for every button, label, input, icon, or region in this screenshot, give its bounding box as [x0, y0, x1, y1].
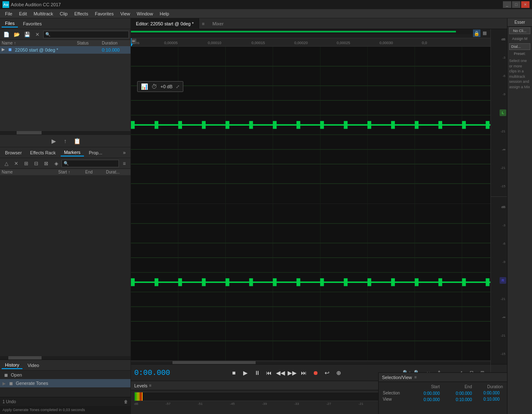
db-minus21-right: -21 [493, 297, 505, 301]
files-search-input[interactable] [43, 31, 129, 38]
maximize-button[interactable]: □ [512, 1, 520, 8]
marker-option1[interactable]: ⊠ [42, 159, 51, 168]
tab-properties[interactable]: Prop... [86, 149, 106, 156]
play-button[interactable]: ▶ [49, 137, 58, 145]
pause-button[interactable]: ⏸ [252, 368, 262, 378]
menu-multitrack[interactable]: Multitrack [30, 10, 57, 17]
esser-info-text: Select one or more clips in a multitrack… [507, 57, 532, 92]
menu-favorites[interactable]: Favorites [91, 10, 117, 17]
properties-button[interactable]: 📋 [72, 137, 81, 145]
menu-help[interactable]: Help [156, 10, 172, 17]
markers-scrollbar-thumb[interactable] [8, 356, 42, 359]
clock-icon[interactable]: ⏱ [151, 83, 157, 90]
files-scrollbar-thumb[interactable] [17, 131, 42, 134]
markers-menu-button[interactable]: ≡ [120, 159, 129, 168]
volume-bars-icon[interactable]: 📊 [141, 83, 148, 90]
tab-browser[interactable]: Browser [2, 149, 25, 156]
follow-playhead-button[interactable]: 🔒 [473, 30, 480, 37]
sel-view-title: Selection/View [382, 375, 412, 380]
save-file-button[interactable]: 💾 [22, 30, 32, 39]
menu-effects[interactable]: Effects [71, 10, 91, 17]
no-clip-button[interactable]: No Cli... [509, 27, 530, 34]
history-tones-icon: ◼ [7, 380, 14, 387]
tab-markers[interactable]: Markers [61, 149, 84, 156]
svg-rect-63 [438, 278, 442, 286]
close-button[interactable]: ✕ [521, 1, 530, 8]
svg-rect-24 [296, 121, 300, 129]
editor-tabs: Editor: 22050 start @ 0deg * ≡ Mixer [131, 18, 507, 29]
waveform-right-svg [131, 204, 490, 361]
mixer-tab[interactable]: Mixer [207, 18, 229, 29]
history-tones-label: Generate Tones [16, 381, 48, 386]
sel-view-menu-button[interactable]: ≡ [414, 375, 417, 379]
sv-label-selection: Selection [383, 391, 411, 396]
marker-col-name: Name [2, 170, 58, 174]
file-item[interactable]: ▶ ◼ 22050 start @ 0deg * 0:10.000 [0, 46, 131, 54]
menu-window[interactable]: Window [133, 10, 156, 17]
db-minus15b-left: -15 [493, 184, 505, 188]
play-button[interactable]: ▶ [241, 368, 251, 378]
left-channel-label[interactable]: L [500, 109, 506, 116]
sv-row-selection: Selection 0:00.000 0:00.000 0:00.000 [383, 391, 503, 396]
clear-history-button[interactable]: 🗑 [124, 399, 128, 404]
tab-history[interactable]: History [2, 362, 22, 369]
close-file-button[interactable]: ✕ [33, 30, 42, 39]
record-button[interactable]: ⏺ [310, 368, 320, 378]
history-open-label: Open [11, 372, 22, 377]
sv-view-end: 0:10.000 [444, 397, 475, 402]
open-file-button[interactable]: 📂 [12, 30, 21, 39]
svg-rect-21 [226, 121, 229, 129]
expand-icon[interactable]: ⤢ [176, 84, 180, 89]
svg-rect-65 [486, 278, 490, 286]
loop-button[interactable]: ↩ [322, 368, 332, 378]
new-file-button[interactable]: 📄 [2, 30, 11, 39]
marker-option2[interactable]: ◈ [52, 159, 61, 168]
sv-sel-start: 0:00.000 [412, 391, 443, 396]
menu-file[interactable]: File [2, 10, 16, 17]
view-options-button[interactable]: ▦ [480, 30, 489, 36]
db-ruler-right: dB -3 -6 -9 -15 -21 -∞ -21 -15 R [491, 197, 507, 364]
tab-files[interactable]: Files [2, 20, 18, 27]
minimize-button[interactable]: _ [503, 1, 511, 8]
import-button[interactable]: ↑ [61, 137, 70, 145]
menu-clip[interactable]: Clip [57, 10, 71, 17]
markers-toolbar: △ ✕ ⊞ ⊟ ⊠ ◈ ≡ [0, 158, 131, 169]
db-minus21b-left: -21 [493, 166, 505, 170]
add-marker-button[interactable]: △ [2, 159, 11, 168]
db-label-45: -45 [230, 402, 235, 406]
dial-button[interactable]: Dial... [509, 43, 530, 50]
step-back-button[interactable]: ◀◀ [276, 368, 286, 378]
files-tabs: Files Favorites [0, 18, 131, 29]
skip-to-end-button[interactable]: ⏭ [299, 368, 309, 378]
menu-edit[interactable]: Edit [16, 10, 30, 17]
punch-button[interactable]: ⊕ [334, 368, 344, 378]
waveform-container: 🔒 ▦ sms 0,00005 0,00010 0,00015 0,00020 … [131, 29, 490, 414]
markers-scrollbar-area [0, 356, 131, 359]
history-section: History Video ◼ Open ▶ ◼ Generate Tones … [0, 360, 131, 414]
db-minus6-right: -6 [493, 242, 505, 245]
step-forward-button[interactable]: ▶▶ [287, 368, 297, 378]
db-label-51: -51 [198, 402, 203, 406]
svg-rect-58 [320, 278, 324, 286]
tab-favorites[interactable]: Favorites [20, 20, 45, 27]
assign-m-label: Assign M [507, 35, 532, 42]
tab-video[interactable]: Video [24, 362, 42, 369]
delete-marker-button[interactable]: ✕ [12, 159, 21, 168]
files-scrollbar-area [0, 131, 131, 134]
menu-view[interactable]: View [117, 10, 133, 17]
editor-tab-menu-icon[interactable]: ≡ [199, 18, 207, 29]
history-item-open[interactable]: ◼ Open [0, 371, 131, 379]
editor-tab-main[interactable]: Editor: 22050 start @ 0deg * [131, 18, 199, 29]
history-item-generate-tones[interactable]: ▶ ◼ Generate Tones [0, 379, 131, 387]
markers-search-input[interactable] [62, 160, 119, 167]
more-panels-button[interactable]: » [120, 149, 129, 157]
lock-marker-button[interactable]: ⊞ [22, 159, 31, 168]
levels-menu-button[interactable]: ≡ [149, 383, 152, 388]
group-marker-button[interactable]: ⊟ [32, 159, 41, 168]
stop-button[interactable]: ■ [229, 368, 239, 378]
pencil-tool-icon[interactable]: ✏ [131, 39, 136, 44]
skip-to-start-button[interactable]: ⏮ [264, 368, 274, 378]
tab-effects-rack[interactable]: Effects Rack [27, 149, 59, 156]
right-channel-label[interactable]: R [500, 277, 506, 284]
db-minus9-left: -9 [493, 92, 505, 96]
